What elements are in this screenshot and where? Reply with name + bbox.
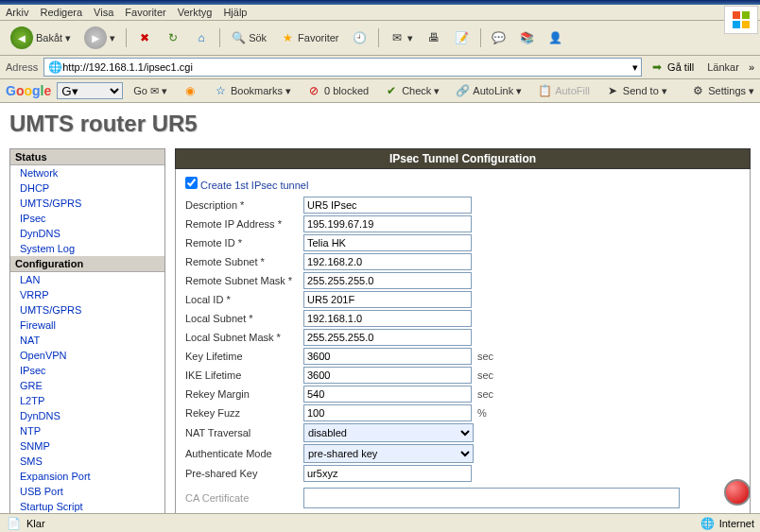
sidebar-item-startup-script[interactable]: Startup Script — [10, 499, 164, 514]
edit-button[interactable]: 📝 — [450, 27, 475, 48]
sidebar-item-umts-gprs-cfg[interactable]: UMTS/GPRS — [10, 302, 164, 317]
address-label: Adress — [6, 61, 38, 73]
autolink-icon: 🔗 — [455, 83, 470, 98]
sidebar-item-vrrp[interactable]: VRRP — [10, 287, 164, 302]
forward-button[interactable]: ► ▾ — [79, 24, 120, 52]
google-sendto-button[interactable]: ➤Send to▾ — [600, 81, 672, 100]
stop-button[interactable]: ✖ — [132, 27, 157, 48]
sidebar-item-l2tp[interactable]: L2TP — [10, 393, 164, 408]
menu-redigera[interactable]: Redigera — [40, 7, 82, 18]
google-rss-button[interactable]: ◉ — [178, 81, 202, 100]
go-button[interactable]: ➡ Gå till — [646, 58, 698, 77]
input-key-lifetime[interactable] — [303, 348, 472, 365]
google-settings-button[interactable]: ⚙Settings▾ — [690, 83, 754, 98]
lbl-rekey-fuzz: Rekey Fuzz — [185, 407, 303, 419]
mail-button[interactable]: ✉▾ — [385, 27, 418, 48]
input-remote-subnet[interactable] — [303, 253, 472, 270]
select-auth-mode[interactable]: pre-shared key — [303, 444, 474, 463]
google-check-button[interactable]: ✔Check▾ — [379, 81, 444, 100]
input-local-subnet[interactable] — [303, 310, 472, 327]
sidebar-item-openvpn[interactable]: OpenVPN — [10, 348, 164, 363]
sidebar-item-dhcp[interactable]: DHCP — [10, 180, 164, 196]
research-button[interactable]: 📚 — [515, 27, 540, 48]
sidebar-item-expansion-port[interactable]: Expansion Port — [10, 469, 164, 484]
google-autofill-button[interactable]: 📋AutoFill — [532, 81, 595, 100]
sidebar-item-usb-port[interactable]: USB Port — [10, 484, 164, 499]
sidebar-item-dyndns-cfg[interactable]: DynDNS — [10, 408, 164, 423]
textarea-ca-cert[interactable] — [303, 488, 680, 508]
url-input[interactable] — [62, 61, 632, 73]
home-button[interactable]: ⌂ — [189, 27, 214, 48]
google-search-select[interactable]: G▾ — [57, 82, 123, 99]
sidebar-item-umts-gprs[interactable]: UMTS/GPRS — [10, 196, 164, 211]
main-panel: IPsec Tunnel Configuration Create 1st IP… — [175, 148, 751, 517]
sidebar-head-configuration: Configuration — [10, 256, 164, 272]
star-icon: ★ — [280, 30, 295, 45]
sidebar-item-nat[interactable]: NAT — [10, 333, 164, 348]
menu-arkiv[interactable]: Arkiv — [6, 7, 28, 18]
chevron-down-icon: ▾ — [110, 32, 115, 44]
refresh-button[interactable]: ↻ — [161, 27, 185, 48]
back-button[interactable]: ◄ Bakåt ▾ — [6, 24, 76, 52]
chevron-down-icon[interactable]: ▾ — [632, 61, 638, 74]
input-remote-ip[interactable] — [303, 215, 472, 232]
sidebar-item-systemlog[interactable]: System Log — [10, 241, 164, 256]
google-blocked-button[interactable]: ⊘0 blocked — [302, 81, 373, 100]
input-description[interactable] — [303, 197, 472, 214]
sidebar-item-dyndns[interactable]: DynDNS — [10, 226, 164, 241]
menu-verktyg[interactable]: Verktyg — [178, 7, 213, 18]
create-tunnel-label: Create 1st IPsec tunnel — [200, 180, 308, 191]
svg-rect-0 — [733, 11, 740, 19]
input-rekey-fuzz[interactable] — [303, 404, 472, 421]
sidebar: Status Network DHCP UMTS/GPRS IPsec DynD… — [9, 148, 165, 532]
input-ike-lifetime[interactable] — [303, 367, 472, 384]
lbl-remote-ip: Remote IP Address * — [185, 218, 303, 230]
edit-icon: 📝 — [455, 30, 470, 45]
sendto-icon: ➤ — [605, 83, 620, 98]
lbl-psk: Pre-shared Key — [185, 468, 303, 479]
sidebar-item-firewall[interactable]: Firewall — [10, 317, 164, 333]
input-remote-mask[interactable] — [303, 272, 472, 289]
sidebar-item-gre[interactable]: GRE — [10, 378, 164, 393]
sidebar-item-ipsec-cfg[interactable]: IPsec — [10, 363, 164, 378]
messenger-button[interactable]: 👤 — [544, 27, 568, 48]
sidebar-item-lan[interactable]: LAN — [10, 272, 164, 287]
sidebar-item-ntp[interactable]: NTP — [10, 423, 164, 438]
favorites-button[interactable]: ★Favoriter — [275, 27, 343, 48]
url-box[interactable]: 🌐 ▾ — [43, 58, 642, 77]
create-tunnel-checkbox[interactable] — [185, 177, 198, 189]
sidebar-item-ipsec[interactable]: IPsec — [10, 211, 164, 226]
google-bookmarks-button[interactable]: ☆Bookmarks▾ — [208, 81, 296, 100]
stop-icon: ✖ — [137, 30, 152, 45]
print-icon: 🖶 — [426, 30, 441, 45]
google-go-button[interactable]: Go ✉ ▾ — [129, 83, 172, 99]
messenger-icon: 👤 — [548, 30, 563, 45]
input-remote-id[interactable] — [303, 234, 472, 251]
svg-rect-3 — [742, 21, 750, 28]
sidebar-item-snmp[interactable]: SNMP — [10, 438, 164, 454]
mail-icon: ✉ — [389, 30, 405, 45]
input-psk[interactable] — [303, 465, 472, 482]
print-button[interactable]: 🖶 — [422, 27, 446, 48]
lbl-local-id: Local ID * — [185, 294, 303, 305]
unit-sec: sec — [477, 351, 493, 362]
input-local-id[interactable] — [303, 291, 472, 308]
sidebar-head-status: Status — [10, 149, 164, 165]
menu-visa[interactable]: Visa — [94, 7, 113, 18]
page-icon: 🌐 — [47, 60, 62, 75]
history-button[interactable]: 🕘 — [348, 27, 372, 48]
discuss-button[interactable]: 💬 — [487, 27, 511, 48]
links-button[interactable]: Länkar — [701, 60, 745, 75]
google-toolbar: Google G▾ Go ✉ ▾ ◉ ☆Bookmarks▾ ⊘0 blocke… — [0, 79, 760, 103]
menu-favoriter[interactable]: Favoriter — [125, 7, 165, 18]
search-button[interactable]: 🔍Sök — [226, 27, 271, 48]
menu-hjalp[interactable]: Hjälp — [223, 7, 247, 18]
sidebar-item-sms[interactable]: SMS — [10, 454, 164, 469]
google-autolink-button[interactable]: 🔗AutoLink▾ — [450, 81, 527, 100]
input-local-mask[interactable] — [303, 329, 472, 346]
lbl-description: Description * — [185, 199, 303, 211]
browser-menubar[interactable]: Arkiv Redigera Visa Favoriter Verktyg Hj… — [0, 5, 760, 21]
input-rekey-margin[interactable] — [303, 386, 472, 403]
sidebar-item-network[interactable]: Network — [10, 165, 164, 180]
select-nat-traversal[interactable]: disabled — [303, 423, 474, 442]
